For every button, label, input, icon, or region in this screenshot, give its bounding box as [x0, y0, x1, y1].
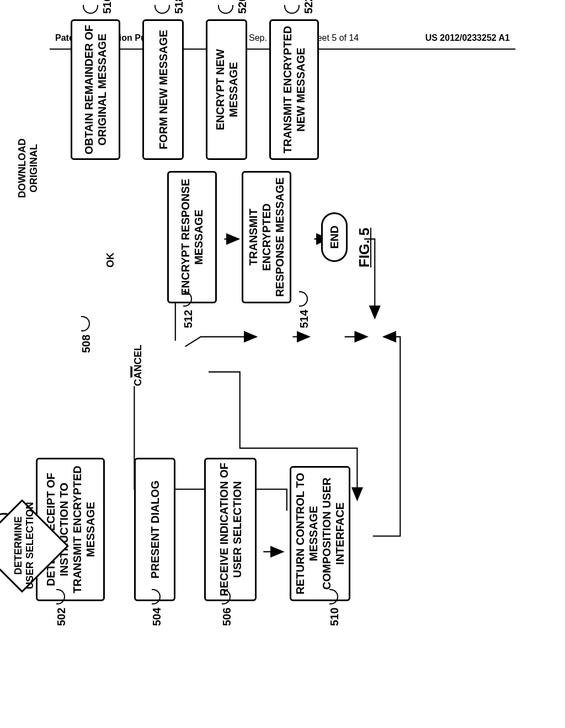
process-520: ENCRYPT NEW MESSAGE [206, 19, 247, 160]
ref-arc-icon [284, 5, 300, 14]
process-512: ENCRYPT RESPONSE MESSAGE [167, 171, 217, 303]
edge-cancel: CANCEL [132, 345, 144, 386]
ref-arc-icon [152, 589, 161, 604]
ref-522: 522 [284, 0, 315, 14]
process-522: TRANSMIT ENCRYPTED NEW MESSAGE [269, 19, 319, 160]
end-label: END [328, 226, 341, 249]
header-right: US 2012/0233252 A1 [425, 33, 510, 43]
process-510: RETURN CONTROL TO MESSAGE COMPOSITION US… [290, 466, 350, 601]
ref-508: 508 [80, 316, 93, 353]
ref-arc-icon [218, 5, 233, 14]
figure-label: FIG. 5 [356, 228, 373, 267]
process-504-text: PRESENT DIALOG [148, 480, 162, 579]
ref-514: 514 [298, 291, 311, 328]
process-514-text: TRANSMIT ENCRYPTED RESPONSE MESSAGE [247, 176, 286, 298]
process-506: RECEIVE INDICATION OF USER SELECTION [204, 458, 257, 601]
process-514: TRANSMIT ENCRYPTED RESPONSE MESSAGE [242, 171, 291, 303]
ref-arc-icon [299, 291, 308, 307]
ref-arc-icon [154, 5, 170, 14]
ref-arc-icon [56, 589, 65, 604]
process-504: PRESENT DIALOG [134, 458, 175, 601]
ref-510: 510 [328, 589, 341, 626]
process-516: OBTAIN REMAINDER OF ORIGINAL MESSAGE [71, 19, 120, 160]
ref-512: 512 [182, 291, 195, 328]
ref-516: 516 [83, 0, 114, 14]
ref-arc-icon [81, 316, 90, 331]
ref-arc-icon [329, 589, 338, 604]
ref-518: 518 [154, 0, 185, 14]
process-510-text: RETURN CONTROL TO MESSAGE COMPOSITION US… [294, 471, 347, 596]
ref-arc-icon [183, 291, 192, 307]
edge-download: DOWNLOAD ORIGINAL [17, 132, 40, 204]
end-terminator: END [321, 212, 348, 262]
process-516-text: OBTAIN REMAINDER OF ORIGINAL MESSAGE [82, 24, 109, 155]
ref-520: 520 [218, 0, 249, 14]
process-518-text: FORM NEW MESSAGE [157, 30, 170, 149]
process-522-text: TRANSMIT ENCRYPTED NEW MESSAGE [281, 24, 307, 155]
decision-508-text: DETERMINE USER SELECTION [13, 502, 35, 589]
flowchart: START DETECT RECEIPT OF INSTRUCTION TO T… [0, 176, 557, 579]
process-506-text: RECEIVE INDICATION OF USER SELECTION [217, 463, 244, 596]
process-512-text: ENCRYPT RESPONSE MESSAGE [179, 176, 205, 298]
ref-502: 502 [55, 589, 68, 626]
process-520-text: ENCRYPT NEW MESSAGE [214, 21, 240, 158]
ref-arc-icon [83, 5, 98, 14]
ref-506: 506 [221, 589, 233, 626]
edge-ok: OK [105, 253, 116, 267]
process-518: FORM NEW MESSAGE [142, 19, 184, 160]
ref-504: 504 [151, 589, 163, 626]
ref-arc-icon [222, 589, 231, 604]
